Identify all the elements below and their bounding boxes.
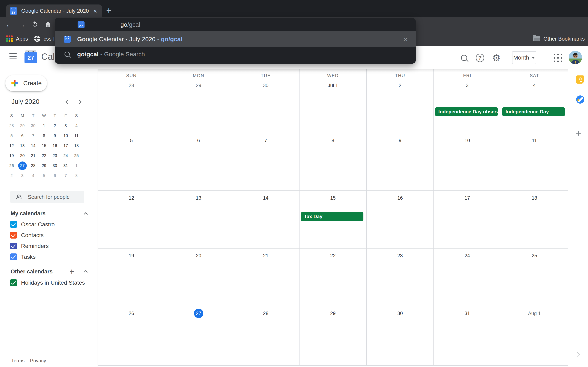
mini-cal-day[interactable]: 3	[17, 171, 28, 181]
mini-cal-day[interactable]: 7	[60, 171, 71, 181]
new-tab-button[interactable]: +	[106, 6, 112, 15]
date-label[interactable]: 21	[261, 251, 270, 260]
date-label[interactable]: 8	[328, 136, 338, 145]
day-cell[interactable]: Aug 1	[501, 306, 568, 366]
date-label[interactable]: 28	[127, 81, 136, 90]
date-label[interactable]: Aug 1	[528, 309, 541, 318]
date-label[interactable]: 23	[396, 251, 405, 260]
mini-cal-day[interactable]: 6	[17, 131, 28, 141]
day-cell[interactable]: TUE30	[232, 69, 300, 133]
home-icon[interactable]	[43, 17, 53, 32]
date-label[interactable]: 13	[194, 193, 203, 203]
day-cell[interactable]: 23	[367, 249, 434, 306]
chevron-up-icon[interactable]	[84, 270, 88, 274]
mini-cal-day[interactable]: 28	[6, 121, 17, 131]
day-cell[interactable]: 15Tax Day	[300, 191, 367, 249]
mini-cal-day[interactable]: 29	[17, 121, 28, 131]
day-cell[interactable]: THU2	[367, 69, 434, 133]
day-cell[interactable]: 5	[98, 133, 165, 191]
calendar-list-item[interactable]: Oscar Castro	[10, 221, 55, 228]
date-label[interactable]: 17	[463, 193, 472, 203]
calendar-checkbox-checked[interactable]	[10, 243, 17, 249]
other-calendars-header[interactable]: Other calendars +	[11, 267, 87, 276]
calendar-checkbox-checked[interactable]	[10, 232, 17, 239]
date-label[interactable]: 28	[261, 309, 270, 318]
date-label[interactable]: 10	[463, 136, 472, 145]
people-search-field[interactable]: Search for people	[10, 191, 84, 203]
date-label[interactable]: 9	[396, 136, 405, 145]
mini-cal-day[interactable]: 28	[28, 161, 39, 171]
my-calendars-header[interactable]: My calendars	[11, 210, 87, 217]
date-label[interactable]: 19	[127, 251, 136, 260]
mini-cal-day[interactable]: 5	[6, 131, 17, 141]
day-cell[interactable]: SUN28	[98, 69, 165, 133]
date-label[interactable]: 30	[261, 81, 270, 90]
date-label[interactable]: 26	[127, 309, 136, 318]
reload-icon[interactable]	[29, 17, 40, 32]
date-label[interactable]: 20	[194, 251, 203, 260]
create-button[interactable]: Create	[5, 75, 47, 91]
date-label[interactable]: 3	[463, 81, 472, 90]
calendar-list-item[interactable]: Holidays in United States	[10, 279, 85, 286]
mini-cal-day[interactable]: 1	[39, 121, 49, 131]
account-avatar[interactable]	[569, 51, 582, 64]
date-label[interactable]: Jul 1	[328, 81, 338, 90]
suggestion-page[interactable]: 27 Google Calendar - July 2020 - go/gcal…	[55, 31, 416, 47]
calendar-checkbox-checked[interactable]	[10, 279, 17, 286]
mini-cal-day[interactable]: 21	[28, 151, 39, 161]
add-calendar-icon[interactable]: +	[69, 267, 74, 276]
day-cell[interactable]: 31	[434, 306, 501, 366]
day-cell[interactable]: 28	[232, 306, 300, 366]
mini-cal-day[interactable]: 8	[71, 171, 82, 181]
suggestion-search[interactable]: go/gcal - Google Search	[55, 47, 416, 62]
help-icon[interactable]: ?	[475, 53, 485, 63]
mini-cal-day[interactable]: 29	[39, 161, 49, 171]
omnibox[interactable]: 27 go/gcal	[55, 18, 416, 31]
day-cell[interactable]: 13	[165, 191, 232, 249]
bookmark-css[interactable]: css-l	[34, 36, 54, 42]
mini-cal-day[interactable]: 9	[49, 131, 60, 141]
mini-cal-day[interactable]: 8	[39, 131, 49, 141]
google-tasks-icon[interactable]	[576, 95, 584, 104]
event-pill[interactable]: Independence Day observed	[435, 107, 498, 116]
day-cell[interactable]: 27	[165, 306, 232, 366]
day-cell[interactable]: 16	[367, 191, 434, 249]
calendar-list-item[interactable]: Contacts	[10, 232, 44, 239]
mini-cal-day[interactable]: 12	[6, 141, 17, 151]
day-cell[interactable]: 11	[501, 133, 568, 191]
prev-month-icon[interactable]	[66, 100, 70, 104]
day-cell[interactable]: WEDJul 1	[300, 69, 367, 133]
day-cell[interactable]: 26	[98, 306, 165, 366]
date-label[interactable]: 29	[194, 81, 203, 90]
mini-cal-day[interactable]: 20	[17, 151, 28, 161]
google-apps-icon[interactable]	[554, 54, 563, 63]
google-keep-icon[interactable]	[576, 75, 584, 83]
date-label[interactable]: 25	[530, 251, 539, 260]
date-label[interactable]: 2	[396, 81, 405, 90]
mini-cal-day[interactable]: 25	[71, 151, 82, 161]
day-cell[interactable]: 21	[232, 249, 300, 306]
mini-cal-day[interactable]: 4	[71, 121, 82, 131]
date-label[interactable]: 6	[194, 136, 203, 145]
mini-cal-day[interactable]: 10	[60, 131, 71, 141]
mini-cal-day[interactable]: 2	[49, 121, 60, 131]
date-label[interactable]: 24	[463, 251, 472, 260]
next-month-icon[interactable]	[77, 100, 81, 104]
mini-cal-day[interactable]: 6	[49, 171, 60, 181]
day-cell[interactable]: 19	[98, 249, 165, 306]
remove-suggestion-icon[interactable]: ×	[403, 35, 407, 43]
day-cell[interactable]: 17	[434, 191, 501, 249]
mini-cal-day[interactable]: 14	[28, 141, 39, 151]
calendar-list-item[interactable]: Tasks	[10, 253, 36, 260]
date-label[interactable]: 22	[328, 251, 338, 260]
mini-cal-day[interactable]: 23	[49, 151, 60, 161]
date-label[interactable]: 30	[396, 309, 405, 318]
date-label[interactable]: 7	[261, 136, 270, 145]
day-cell[interactable]: FRI3Independence Day observed	[434, 69, 501, 133]
day-cell[interactable]: 14	[232, 191, 300, 249]
event-pill[interactable]: Independence Day	[502, 107, 565, 116]
day-cell[interactable]: 7	[232, 133, 300, 191]
mini-cal-day[interactable]: 24	[60, 151, 71, 161]
date-label[interactable]: 29	[328, 309, 338, 318]
day-cell[interactable]: 12	[98, 191, 165, 249]
